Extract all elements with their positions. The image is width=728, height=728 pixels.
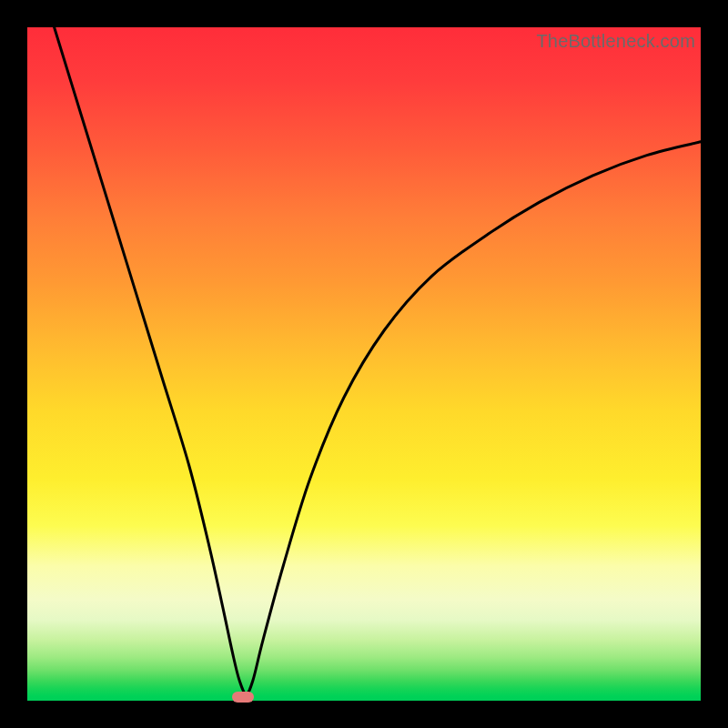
plot-area: TheBottleneck.com	[27, 27, 701, 701]
chart-frame: TheBottleneck.com	[0, 0, 728, 728]
bottleneck-curve	[55, 27, 701, 694]
curve-svg	[27, 27, 701, 701]
optimal-marker	[232, 692, 254, 703]
